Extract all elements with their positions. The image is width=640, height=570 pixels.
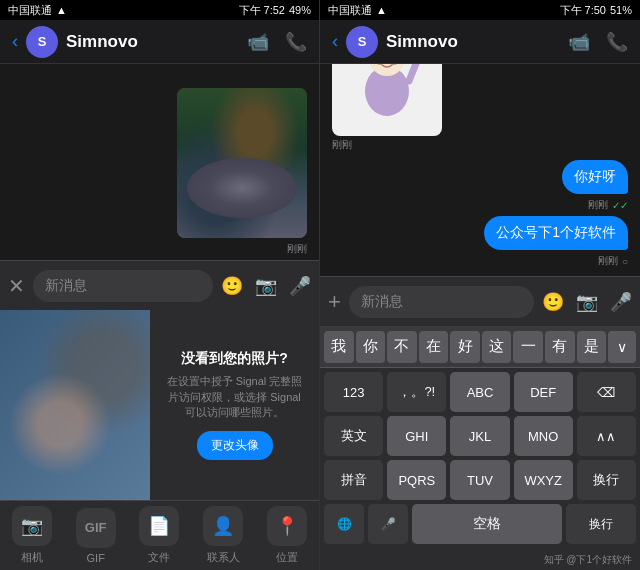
fish-image — [177, 88, 307, 238]
kb-footer-text: 知乎 @下1个好软件 — [544, 553, 633, 567]
quick-word-4[interactable]: 好 — [450, 331, 480, 363]
left-panel: 中国联通 ▲ 下午 7:52 49% ‹ S Simnovo 📹 📞 刚刚 ✕ — [0, 0, 320, 570]
quick-word-more[interactable]: ∨ — [608, 331, 636, 363]
kb-return-button[interactable]: 换行 — [566, 504, 636, 544]
kb-key-wxyz[interactable]: WXYZ — [514, 460, 573, 500]
kb-mic-button[interactable]: 🎤 — [368, 504, 408, 544]
keyboard-area: 我 你 不 在 好 这 一 有 是 ∨ 123 ，。?! ABC DEF ⌫ 英… — [320, 326, 640, 570]
kb-key-abc[interactable]: ABC — [450, 372, 509, 412]
right-panel: 中国联通 ▲ 下午 7:50 51% ‹ S Simnovo 📹 📞 — [320, 0, 640, 570]
left-call-icon[interactable]: 📞 — [285, 31, 307, 53]
left-back-button[interactable]: ‹ — [12, 31, 18, 52]
left-mic-icon[interactable]: 🎤 — [289, 275, 311, 297]
media-camera[interactable]: 📷 相机 — [12, 506, 52, 565]
quick-word-6[interactable]: 一 — [513, 331, 543, 363]
right-input-icons: 🙂 📷 🎤 — [542, 291, 632, 313]
kb-key-tuv[interactable]: TUV — [450, 460, 509, 500]
right-back-button[interactable]: ‹ — [332, 31, 338, 52]
quick-word-0[interactable]: 我 — [324, 331, 354, 363]
kb-row-2: 英文 GHI JKL MNO ∧∧ — [324, 416, 636, 456]
left-status-bar: 中国联通 ▲ 下午 7:52 49% — [0, 0, 319, 20]
left-input-field[interactable]: 新消息 — [33, 270, 213, 302]
right-status-right: 下午 7:50 51% — [560, 3, 633, 18]
sticker-row: 刚刚 — [332, 64, 628, 152]
no-photo-desc: 在设置中授予 Signal 完整照片访问权限，或选择 Signal 可以访问哪些… — [166, 374, 303, 420]
bubble-2: 公众号下1个好软件 — [484, 216, 628, 250]
kb-key-punct[interactable]: ，。?! — [387, 372, 446, 412]
kb-bottom-row: 🌐 🎤 空格 换行 — [320, 504, 640, 550]
right-mic-icon[interactable]: 🎤 — [610, 291, 632, 313]
right-time: 下午 7:50 — [560, 3, 606, 18]
left-sticker-icon[interactable]: 🙂 — [221, 275, 243, 297]
kb-row-3: 拼音 PQRS TUV WXYZ 换行 — [324, 460, 636, 500]
kb-key-123[interactable]: 123 — [324, 372, 383, 412]
quick-word-7[interactable]: 有 — [545, 331, 575, 363]
right-input-field[interactable]: 新消息 — [349, 286, 534, 318]
right-battery: 51% — [610, 4, 632, 16]
left-camera-icon[interactable]: 📷 — [255, 275, 277, 297]
left-avatar: S — [26, 26, 58, 58]
fish-image-container — [0, 80, 319, 242]
kb-key-pqrs[interactable]: PQRS — [387, 460, 446, 500]
media-location[interactable]: 📍 位置 — [267, 506, 307, 565]
kb-key-delete[interactable]: ⌫ — [577, 372, 636, 412]
quick-words-row: 我 你 不 在 好 这 一 有 是 ∨ — [320, 326, 640, 368]
kb-globe-button[interactable]: 🌐 — [324, 504, 364, 544]
right-call-icon[interactable]: 📞 — [606, 31, 628, 53]
media-actions: 📷 相机 GIF GIF 📄 文件 👤 联系人 📍 位置 — [0, 500, 319, 570]
left-chat-area: 刚刚 — [0, 64, 319, 260]
right-add-button[interactable]: + — [328, 289, 341, 315]
no-photo-title: 没看到您的照片? — [181, 350, 288, 368]
quick-word-2[interactable]: 不 — [387, 331, 417, 363]
right-video-icon[interactable]: 📹 — [568, 31, 590, 53]
left-video-icon[interactable]: 📹 — [247, 31, 269, 53]
left-wifi-icon: ▲ — [56, 4, 67, 16]
kb-key-pinyin[interactable]: 拼音 — [324, 460, 383, 500]
bubble-1-ticks: ✓✓ — [612, 200, 628, 211]
sticker-image — [332, 64, 442, 136]
location-label: 位置 — [276, 550, 298, 565]
left-battery: 49% — [289, 4, 311, 16]
no-photo-panel: 没看到您的照片? 在设置中授予 Signal 完整照片访问权限，或选择 Sign… — [150, 310, 319, 500]
kb-space-button[interactable]: 空格 — [412, 504, 562, 544]
left-close-button[interactable]: ✕ — [8, 274, 25, 298]
left-nav-icons: 📹 📞 — [247, 31, 307, 53]
left-status-left: 中国联通 ▲ — [8, 3, 67, 18]
quick-word-5[interactable]: 这 — [482, 331, 512, 363]
left-time: 下午 7:52 — [239, 3, 285, 18]
kb-key-english[interactable]: 英文 — [324, 416, 383, 456]
contact-label: 联系人 — [207, 550, 240, 565]
bubble-1: 你好呀 — [562, 160, 628, 194]
left-input-placeholder: 新消息 — [45, 277, 87, 295]
gif-label: GIF — [87, 552, 105, 564]
right-sticker-icon[interactable]: 🙂 — [542, 291, 564, 313]
file-label: 文件 — [148, 550, 170, 565]
right-status-bar: 中国联通 ▲ 下午 7:50 51% — [320, 0, 640, 20]
media-thumbnail[interactable] — [0, 310, 150, 500]
kb-key-mno[interactable]: MNO — [514, 416, 573, 456]
camera-label: 相机 — [21, 550, 43, 565]
kb-key-switchlang[interactable]: 换行 — [577, 460, 636, 500]
quick-word-1[interactable]: 你 — [356, 331, 386, 363]
svg-line-3 — [409, 64, 419, 81]
media-contact[interactable]: 👤 联系人 — [203, 506, 243, 565]
left-input-icons: 🙂 📷 🎤 — [221, 275, 311, 297]
right-nav-bar: ‹ S Simnovo 📹 📞 — [320, 20, 640, 64]
kb-key-jkl[interactable]: JKL — [450, 416, 509, 456]
location-icon: 📍 — [267, 506, 307, 546]
quick-word-8[interactable]: 是 — [577, 331, 607, 363]
kb-key-caret[interactable]: ∧∧ — [577, 416, 636, 456]
kb-footer: 知乎 @下1个好软件 — [320, 550, 640, 570]
kb-key-ghi[interactable]: GHI — [387, 416, 446, 456]
kb-key-def[interactable]: DEF — [514, 372, 573, 412]
media-file[interactable]: 📄 文件 — [139, 506, 179, 565]
media-grid: 没看到您的照片? 在设置中授予 Signal 完整照片访问权限，或选择 Sign… — [0, 310, 319, 500]
left-msg-time: 刚刚 — [0, 242, 319, 260]
camera-icon: 📷 — [12, 506, 52, 546]
right-carrier: 中国联通 — [328, 3, 372, 18]
media-gif[interactable]: GIF GIF — [76, 508, 116, 564]
right-nav-icons: 📹 📞 — [568, 31, 628, 53]
no-photo-button[interactable]: 更改头像 — [197, 431, 273, 460]
right-camera-icon[interactable]: 📷 — [576, 291, 598, 313]
quick-word-3[interactable]: 在 — [419, 331, 449, 363]
